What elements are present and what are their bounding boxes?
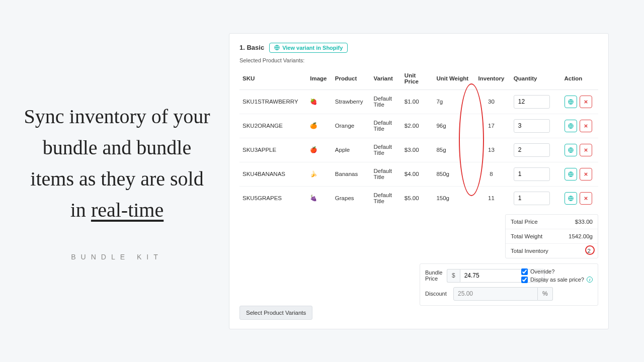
- col-unit-weight: Unit Weight: [433, 67, 472, 90]
- col-image: Image: [307, 67, 332, 90]
- subtext: Selected Product Variants:: [239, 57, 598, 63]
- cell-variant: Default Title: [371, 89, 401, 114]
- cell-price: $3.00: [401, 138, 434, 162]
- cell-variant: Default Title: [371, 114, 401, 138]
- remove-row-button[interactable]: [580, 96, 592, 108]
- cell-image: 🍊: [307, 114, 332, 138]
- totals-box: Total Price$33.00 Total Weight1542.00g T…: [505, 214, 598, 258]
- cell-product: Grapes: [332, 186, 371, 210]
- cell-inventory: 8: [472, 162, 511, 186]
- cell-price: $4.00: [401, 162, 434, 186]
- table-row: SKU4BANANAS🍌BananasDefault Title$4.00850…: [239, 162, 598, 186]
- cell-price: $1.00: [401, 89, 434, 114]
- remove-row-button[interactable]: [580, 144, 592, 156]
- cell-image: 🍌: [307, 162, 332, 186]
- cell-product: Orange: [332, 114, 371, 138]
- override-checkbox[interactable]: [521, 268, 528, 275]
- view-variant-button[interactable]: View variant in Shopify: [269, 43, 348, 53]
- remove-row-button[interactable]: [580, 120, 592, 132]
- quantity-input[interactable]: [514, 143, 550, 157]
- total-inventory-label: Total Inventory: [511, 248, 548, 254]
- sale-price-checkbox-label[interactable]: Display as sale price? i: [521, 277, 593, 283]
- discount-label: Discount: [425, 291, 449, 297]
- total-price-value: $33.00: [575, 219, 593, 225]
- cell-weight: 850g: [433, 162, 472, 186]
- cell-variant: Default Title: [371, 186, 401, 210]
- cell-weight: 96g: [433, 114, 472, 138]
- quantity-input[interactable]: [514, 167, 550, 181]
- col-product: Product: [332, 67, 371, 90]
- total-weight-label: Total Weight: [511, 233, 542, 239]
- col-inventory: Inventory: [472, 67, 511, 90]
- cell-image: 🍎: [307, 138, 332, 162]
- cell-variant: Default Title: [371, 162, 401, 186]
- cell-sku: SKU3APPLE: [239, 138, 307, 162]
- cell-variant: Default Title: [371, 138, 401, 162]
- marketing-headline: Sync inventory of your bundle and bundle…: [20, 101, 214, 226]
- total-inventory-value: 2: [588, 248, 591, 254]
- cell-quantity: [511, 89, 561, 114]
- table-row: SKU2ORANGE🍊OrangeDefault Title$2.0096g17: [239, 114, 598, 138]
- cell-inventory: 13: [472, 138, 511, 162]
- table-row: SKU1STRAWBERRY🍓StrawberryDefault Title$1…: [239, 89, 598, 114]
- cell-inventory: 17: [472, 114, 511, 138]
- discount-input: [453, 287, 538, 301]
- table-row: SKU5GRAPES🍇GrapesDefault Title$5.00150g1…: [239, 186, 598, 210]
- globe-icon: [274, 45, 280, 50]
- quantity-input[interactable]: [514, 95, 550, 109]
- bundle-panel: 1. Basic View variant in Shopify Selecte…: [229, 33, 609, 329]
- total-weight-value: 1542.00g: [569, 233, 593, 239]
- cell-weight: 7g: [433, 89, 472, 114]
- view-row-button[interactable]: [565, 144, 577, 156]
- col-unit-price: Unit Price: [401, 67, 434, 90]
- col-quantity: Quantity: [511, 67, 561, 90]
- override-checkbox-label[interactable]: Override?: [521, 268, 593, 275]
- brand-name: BUNDLE KIT: [71, 253, 163, 261]
- cell-sku: SKU2ORANGE: [239, 114, 307, 138]
- cell-sku: SKU1STRAWBERRY: [239, 89, 307, 114]
- cell-inventory: 11: [472, 186, 511, 210]
- col-variant: Variant: [371, 67, 401, 90]
- cell-product: Bananas: [332, 162, 371, 186]
- quantity-input[interactable]: [514, 192, 550, 205]
- sale-price-checkbox[interactable]: [521, 277, 528, 283]
- remove-row-button[interactable]: [580, 168, 592, 180]
- panel-title: 1. Basic: [239, 44, 264, 51]
- cell-price: $2.00: [401, 114, 434, 138]
- cell-inventory: 30: [472, 89, 511, 114]
- cell-weight: 150g: [433, 186, 472, 210]
- cell-product: Strawberry: [332, 89, 371, 114]
- col-action: Action: [561, 67, 598, 90]
- cell-quantity: [511, 138, 561, 162]
- cell-price: $5.00: [401, 186, 434, 210]
- quantity-input[interactable]: [514, 119, 550, 133]
- table-row: SKU3APPLE🍎AppleDefault Title$3.0085g13: [239, 138, 598, 162]
- percent-symbol: %: [538, 287, 553, 301]
- currency-symbol: $: [447, 269, 460, 283]
- cell-product: Apple: [332, 138, 371, 162]
- cell-sku: SKU4BANANAS: [239, 162, 307, 186]
- info-icon[interactable]: i: [587, 277, 593, 283]
- view-row-button[interactable]: [565, 168, 577, 180]
- view-row-button[interactable]: [565, 192, 577, 205]
- total-price-label: Total Price: [511, 219, 538, 225]
- select-product-variants-button[interactable]: Select Product Variants: [239, 306, 312, 320]
- cell-image: 🍓: [307, 89, 332, 114]
- view-row-button[interactable]: [565, 120, 577, 132]
- bundle-price-box: Bundle Price $ Override? Display as sale…: [420, 263, 598, 306]
- cell-image: 🍇: [307, 186, 332, 210]
- cell-quantity: [511, 186, 561, 210]
- col-sku: SKU: [239, 67, 307, 90]
- cell-sku: SKU5GRAPES: [239, 186, 307, 210]
- variants-table: SKU Image Product Variant Unit Price Uni…: [239, 67, 598, 210]
- cell-quantity: [511, 162, 561, 186]
- cell-weight: 85g: [433, 138, 472, 162]
- view-row-button[interactable]: [565, 96, 577, 108]
- bundle-price-label: Bundle Price: [425, 269, 443, 282]
- cell-quantity: [511, 114, 561, 138]
- remove-row-button[interactable]: [580, 192, 592, 205]
